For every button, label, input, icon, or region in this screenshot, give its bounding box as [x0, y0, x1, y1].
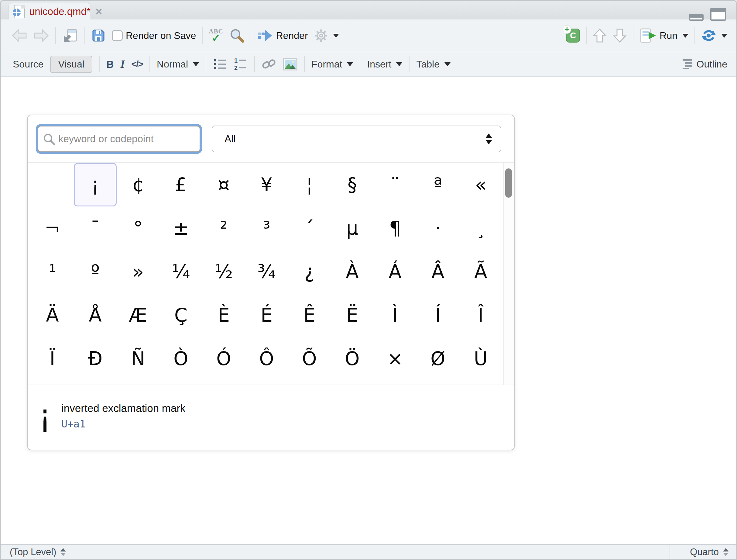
run-label: Run: [659, 30, 677, 41]
char-cell[interactable]: ¯: [74, 206, 117, 250]
char-cell[interactable]: ¬: [31, 206, 74, 250]
char-cell[interactable]: ´: [288, 206, 331, 250]
editor-canvas[interactable]: All ¡¢£¤¥¦§¨ª«¬¯°±²³´µ¶·¸¹º»¼½¾¿ÀÁÂÃÄÅÆÇ…: [1, 77, 736, 544]
scope-selector[interactable]: (Top Level): [1, 545, 670, 559]
char-cell[interactable]: Ø: [416, 337, 459, 380]
char-cell[interactable]: Æ: [117, 293, 160, 337]
outline-toggle-button[interactable]: Outline: [681, 59, 727, 70]
code-button[interactable]: </>: [132, 59, 143, 69]
char-cell[interactable]: ¦: [288, 163, 331, 206]
char-cell[interactable]: »: [117, 250, 160, 293]
char-cell[interactable]: Ì: [374, 293, 416, 337]
tab-close-icon[interactable]: ×: [95, 7, 102, 16]
char-cell[interactable]: °: [117, 206, 160, 250]
char-cell[interactable]: Ñ: [117, 337, 160, 380]
char-cell[interactable]: ¶: [374, 206, 416, 250]
back-button[interactable]: [12, 29, 27, 42]
italic-button[interactable]: I: [121, 58, 125, 71]
char-cell[interactable]: ·: [416, 206, 459, 250]
visual-mode-button[interactable]: Visual: [50, 56, 92, 73]
render-options-button[interactable]: [314, 29, 339, 43]
char-cell[interactable]: È: [202, 293, 245, 337]
char-cell[interactable]: É: [245, 293, 288, 337]
char-cell[interactable]: ¨: [374, 163, 416, 206]
char-cell[interactable]: Ô: [245, 337, 288, 380]
maximize-icon[interactable]: [710, 8, 726, 21]
forward-button[interactable]: [33, 29, 49, 42]
character-preview: ¡ inverted exclamation mark U+a1: [28, 385, 514, 450]
char-cell[interactable]: ²: [202, 206, 245, 250]
char-cell[interactable]: Î: [459, 293, 502, 337]
char-cell[interactable]: µ: [331, 206, 374, 250]
char-cell[interactable]: Å: [74, 293, 117, 337]
category-filter-select[interactable]: All: [212, 126, 501, 152]
char-cell[interactable]: Í: [416, 293, 459, 337]
char-cell[interactable]: Ö: [331, 337, 374, 380]
char-cell[interactable]: ¢: [117, 163, 160, 206]
bullet-list-button[interactable]: [213, 57, 227, 71]
char-cell[interactable]: Ï: [31, 337, 74, 380]
char-cell[interactable]: §: [331, 163, 374, 206]
rerun-button[interactable]: [701, 29, 727, 42]
char-cell[interactable]: Ò: [160, 337, 202, 380]
char-cell[interactable]: Â: [416, 250, 459, 293]
char-cell[interactable]: º: [74, 250, 117, 293]
char-cell[interactable]: À: [331, 250, 374, 293]
link-icon: [262, 57, 276, 71]
insert-image-button[interactable]: [283, 58, 298, 71]
spellcheck-button[interactable]: ABC ✓: [209, 28, 223, 43]
run-button[interactable]: Run: [639, 28, 688, 43]
bold-button[interactable]: B: [106, 58, 114, 70]
char-cell[interactable]: Á: [374, 250, 416, 293]
editor-tab[interactable]: unicode.qmd* ×: [8, 3, 91, 19]
char-cell[interactable]: £: [160, 163, 202, 206]
char-cell[interactable]: ±: [160, 206, 202, 250]
char-cell[interactable]: [31, 163, 74, 206]
save-button[interactable]: [91, 28, 106, 43]
char-cell[interactable]: Õ: [288, 337, 331, 380]
char-cell[interactable]: ¹: [31, 250, 74, 293]
find-replace-button[interactable]: [229, 28, 245, 43]
render-on-save-toggle[interactable]: Render on Save: [112, 30, 196, 41]
format-menu[interactable]: Format: [312, 59, 353, 70]
insert-link-button[interactable]: [262, 57, 276, 71]
char-cell[interactable]: ¡: [74, 163, 117, 206]
char-cell[interactable]: ª: [416, 163, 459, 206]
grid-scrollbar-thumb[interactable]: [505, 168, 512, 198]
dropdown-caret-icon: [721, 34, 727, 38]
char-cell[interactable]: Ó: [202, 337, 245, 380]
char-cell[interactable]: ½: [202, 250, 245, 293]
insert-chunk-button[interactable]: C+: [566, 29, 580, 43]
grid-scrollbar[interactable]: [503, 163, 514, 385]
char-cell[interactable]: ¿: [288, 250, 331, 293]
char-cell[interactable]: ¼: [160, 250, 202, 293]
char-cell[interactable]: ¾: [245, 250, 288, 293]
go-to-previous-section-button[interactable]: [593, 28, 607, 43]
search-input[interactable]: [38, 126, 200, 152]
numbered-list-button[interactable]: 1 2: [234, 57, 248, 71]
insert-menu[interactable]: Insert: [367, 59, 402, 70]
char-cell[interactable]: ¸: [459, 206, 502, 250]
char-cell[interactable]: ³: [245, 206, 288, 250]
char-cell[interactable]: ¤: [202, 163, 245, 206]
char-cell[interactable]: ×: [374, 337, 416, 380]
paragraph-style-dropdown[interactable]: Normal: [157, 59, 199, 70]
scope-updown-icon: [60, 548, 66, 556]
render-button[interactable]: Render: [257, 29, 308, 42]
char-cell[interactable]: Ã: [459, 250, 502, 293]
char-cell[interactable]: Ù: [459, 337, 502, 380]
char-cell[interactable]: ¥: [245, 163, 288, 206]
source-mode-button[interactable]: Source: [13, 59, 43, 70]
minimize-icon[interactable]: [689, 14, 704, 21]
document-format-selector[interactable]: Quarto: [670, 545, 736, 559]
char-cell[interactable]: Ä: [31, 293, 74, 337]
char-cell[interactable]: Ë: [331, 293, 374, 337]
table-menu[interactable]: Table: [416, 59, 450, 70]
open-in-new-window-button[interactable]: [62, 28, 78, 43]
char-cell[interactable]: Ê: [288, 293, 331, 337]
go-to-next-section-button[interactable]: [613, 28, 627, 43]
render-on-save-checkbox[interactable]: [112, 30, 123, 41]
char-cell[interactable]: Ð: [74, 337, 117, 380]
char-cell[interactable]: Ç: [160, 293, 202, 337]
char-cell[interactable]: «: [459, 163, 502, 206]
